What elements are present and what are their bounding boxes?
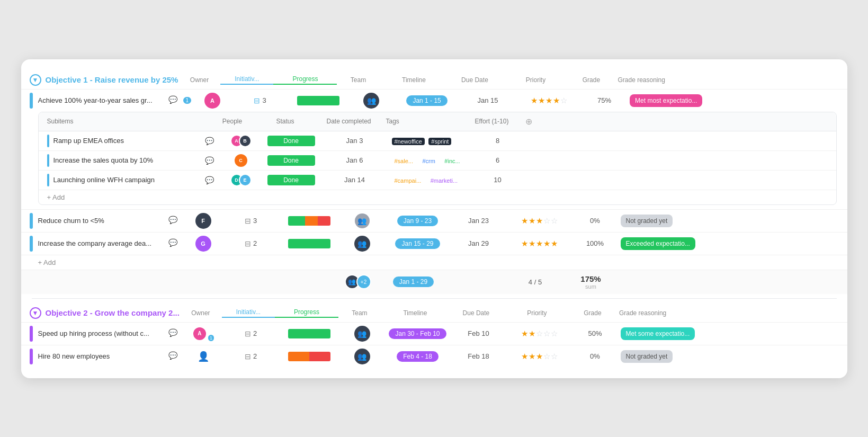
chat-icon-speed[interactable]: 💬	[168, 328, 179, 339]
summary-percent-value: 175%	[570, 274, 612, 283]
chat-icon-churn[interactable]: 💬	[168, 216, 179, 226]
col2-header-owner: Owner	[180, 309, 222, 317]
subitem-people-2: C	[217, 154, 259, 167]
task-name-deal: Increase the company average dea...	[38, 239, 165, 247]
subitem-name-1: Ramp up EMEA offices	[53, 137, 202, 145]
task-cells: A ⊟ 3 👥 Jan 1 - 15 Jan 15 ★	[191, 93, 836, 109]
task-name-hire: Hire 80 new employees	[38, 352, 165, 360]
chat-icon-deal[interactable]: 💬	[168, 238, 179, 249]
subitem-chat-icon-3[interactable]: 💬	[205, 176, 214, 184]
cell-initiative: ⊟ 3	[234, 96, 287, 105]
divider-1	[32, 298, 837, 299]
team-group-summary: 👥 +2	[345, 274, 371, 289]
cell-priority-churn: ★ ★ ★ ☆ ☆	[505, 216, 574, 226]
task-row-reduce-churn: Reduce churn to <5% 💬 F ⊟ 3	[21, 209, 847, 232]
cell-team-deal: 👥	[341, 236, 383, 252]
task-row-achieve-sales: Achieve 100% year-to-year sales gr... 💬 …	[21, 89, 847, 112]
subitems-add-row[interactable]: + Add	[39, 190, 836, 204]
col2-header-priority: Priority	[503, 309, 571, 317]
status-done: Done	[267, 136, 315, 146]
timeline-badge: Jan 1 - 15	[406, 95, 447, 106]
chat-icon[interactable]: 💬	[168, 95, 179, 106]
col-header-timeline: Timeline	[379, 76, 448, 84]
grade-badge-deal: Exceeded expectatio...	[621, 237, 695, 250]
cell-gradereason-deal: Exceeded expectatio...	[616, 237, 837, 250]
status-done-2: Done	[267, 155, 315, 166]
subitem-row-3: Launching online WFH campaign 💬 D E Done…	[39, 171, 836, 190]
subitem-tags-2: #sale... #crm #inc...	[387, 156, 471, 165]
subitem-people-1: A B	[217, 135, 259, 147]
grade-badge-speed: Met some expectatio...	[621, 327, 695, 340]
subitem-effort-1: 8	[471, 137, 524, 145]
tag-3: #sale...	[392, 157, 416, 165]
timeline-badge-churn: Jan 9 - 23	[397, 216, 438, 226]
cell-grade: 75%	[583, 96, 625, 104]
team-icon-churn: 👥	[355, 213, 370, 228]
progress-bar-churn	[288, 216, 330, 226]
add-task-label-1: + Add	[38, 258, 56, 266]
cell-progress-deal	[278, 239, 341, 248]
subitem-indent	[47, 135, 49, 147]
summary-percent-label: sum	[570, 283, 612, 290]
chat-icon-hire[interactable]: 💬	[168, 351, 179, 362]
cell-duedate: Jan 15	[461, 96, 514, 104]
task-row-hire: Hire 80 new employees 💬 👤 ⊟ 2 👥	[21, 345, 847, 368]
timeline-badge-hire: Feb 4 - 18	[397, 351, 439, 362]
objective-2-title: Objective 2 - Grow the company 2...	[46, 308, 180, 317]
avatar-hire: 👤	[195, 349, 211, 364]
stars-hire: ★ ★ ★ ☆ ☆	[521, 352, 558, 361]
task-row-speed-hiring: Speed up hiring process (without c... 💬 …	[21, 322, 847, 345]
cell-timeline-deal: Jan 15 - 29	[383, 238, 452, 249]
subitem-date-1: Jan 3	[323, 137, 387, 145]
cell-duedate-deal: Jan 29	[452, 239, 505, 247]
task-indent	[30, 93, 33, 109]
col-header-duedate: Due Date	[448, 76, 501, 84]
objective-2-toggle[interactable]: ▼	[30, 307, 41, 319]
subitem-status-1: Done	[259, 136, 323, 146]
cell-progress-churn	[278, 216, 341, 226]
add-column-button[interactable]: ⊕	[518, 117, 540, 127]
objective-1-header: ▼ Objective 1 - Raise revenue by 25% Own…	[21, 70, 847, 89]
subitems-section: Subitems People Status Date completed Ta…	[38, 112, 837, 205]
grade-badge-churn: Not graded yet	[621, 215, 673, 227]
subitem-status-3: Done	[259, 175, 323, 185]
notif-speed: 1	[208, 335, 214, 341]
summary-timeline-badge: Jan 1 - 29	[393, 277, 434, 287]
subitem-chat-icon-2[interactable]: 💬	[205, 156, 214, 165]
initiative-icon-deal: ⊟	[245, 239, 251, 248]
grade-badge-hire: Not graded yet	[621, 350, 673, 363]
obj1-add-row[interactable]: + Add	[21, 255, 847, 270]
cell-owner: A	[191, 93, 234, 109]
initiative-count-speed: 2	[253, 329, 257, 337]
subitem-row-1: Ramp up EMEA offices 💬 A B Done Jan 3 #n…	[39, 131, 836, 151]
team-icon-deal: 👥	[354, 236, 370, 252]
progress-bar	[297, 96, 339, 105]
initiative-icon-speed: ⊟	[245, 329, 251, 338]
timeline-badge-deal: Jan 15 - 29	[395, 238, 440, 249]
subitem-chat-icon-1[interactable]: 💬	[205, 137, 214, 145]
tag-4: #crm	[419, 157, 437, 165]
subitem-tags-1: #newoffice #sprint	[387, 136, 471, 146]
notification-badge: 1	[183, 97, 192, 104]
cell-progress	[287, 96, 350, 105]
avatar-speed-1: A	[192, 326, 207, 341]
stars-churn: ★ ★ ★ ☆ ☆	[521, 216, 558, 226]
col-header-progress: Progress	[273, 75, 337, 85]
task-cells-speed: A 1 ⊟ 2 👥 Jan 30 - Feb 10 Feb 10	[182, 326, 837, 342]
cell-team: 👥	[350, 93, 392, 109]
star-1: ★	[531, 96, 538, 105]
cell-priority-speed: ★ ★ ☆ ☆ ☆	[505, 329, 574, 338]
avatar-2: B	[239, 135, 252, 147]
summary-row-obj1: 👥 +2 Jan 1 - 29 4 / 5 175% sum	[21, 270, 847, 294]
cell-priority-hire: ★ ★ ★ ☆ ☆	[505, 352, 574, 361]
objective-1-toggle[interactable]: ▼	[30, 74, 41, 86]
cell-team-churn: 👥	[341, 213, 383, 228]
cell-gradereason-churn: Not graded yet	[616, 215, 837, 227]
objective-1-col-headers: Owner Initiativ... Progress Team Timelin…	[178, 75, 836, 85]
summary-percent: 175% sum	[570, 274, 612, 290]
tag-6: #campai...	[392, 177, 424, 184]
col2-header-timeline: Timeline	[381, 309, 450, 317]
progress-orange	[305, 216, 318, 226]
progress-red-hire	[309, 352, 330, 361]
subitem-indent-2	[47, 154, 49, 167]
